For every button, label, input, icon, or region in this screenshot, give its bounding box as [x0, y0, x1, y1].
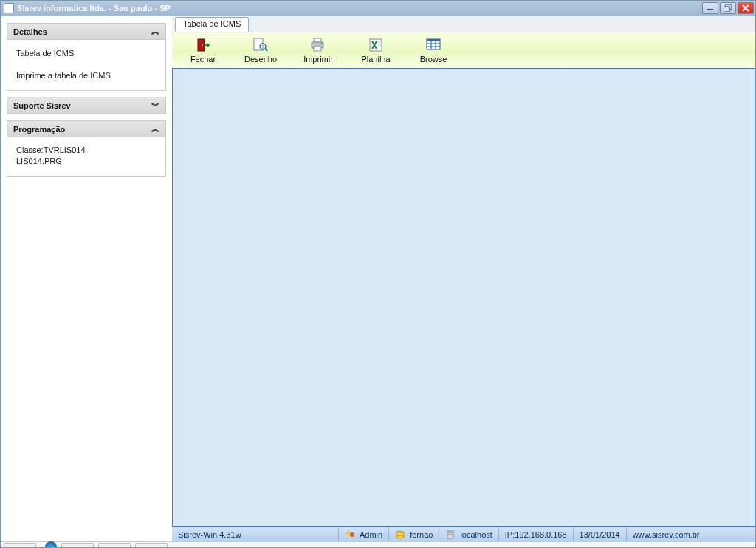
status-host: localhost: [439, 527, 498, 541]
toolbar-imprimir-label: Imprimir: [303, 55, 333, 64]
toolbar-desenho-label: Desenho: [244, 55, 277, 64]
taskbar-stub[interactable]: [61, 543, 94, 547]
spreadsheet-excel-icon: [366, 37, 385, 53]
svg-rect-29: [448, 532, 453, 533]
svg-point-27: [396, 535, 404, 538]
svg-point-13: [321, 43, 323, 44]
toolbar-browse-label: Browse: [420, 55, 447, 64]
grid-icon: [424, 37, 443, 53]
status-db-text: fernao: [410, 530, 433, 539]
status-user-text: Admin: [360, 530, 382, 539]
taskbar-stub[interactable]: [98, 543, 131, 547]
restore-icon: [724, 4, 732, 12]
chevron-up-icon: ︽: [151, 26, 159, 37]
door-close-icon: [193, 37, 213, 53]
svg-rect-12: [314, 47, 321, 51]
app-icon: [4, 3, 14, 13]
panel-programacao-header[interactable]: Programação ︽: [7, 121, 165, 137]
users-icon: [345, 530, 355, 540]
svg-point-6: [202, 44, 203, 46]
toolbar-browse[interactable]: Browse: [413, 37, 454, 64]
status-ip-text: IP:192.168.0.168: [505, 530, 567, 539]
svg-rect-15: [377, 41, 381, 44]
taskbar-sliver: [1, 541, 755, 547]
body-area: Detalhes ︽ Tabela de ICMS Imprime a tabe…: [1, 16, 755, 527]
sidebar: Detalhes ︽ Tabela de ICMS Imprime a tabe…: [1, 16, 172, 527]
app-window: Sisrev informatica ltda. - Sao paulo - S…: [0, 0, 756, 548]
toolbar-imprimir[interactable]: Imprimir: [298, 37, 339, 64]
page-magnifier-icon: [251, 37, 270, 53]
panel-programacao: Programação ︽ Classe:TVRLIS014 LIS014.PR…: [7, 120, 166, 177]
start-orb[interactable]: [45, 541, 57, 547]
status-user: Admin: [338, 527, 388, 541]
content-area: [172, 69, 755, 527]
status-site: www.sisrev.com.br: [626, 527, 755, 541]
database-icon: [395, 530, 405, 540]
restore-button[interactable]: [720, 2, 736, 14]
status-app: Sisrev-Win 4.31w: [172, 527, 338, 541]
close-icon: [742, 4, 749, 12]
svg-point-24: [350, 532, 354, 537]
sidebar-item-imprime-tabela[interactable]: Imprime a tabela de ICMS: [16, 69, 158, 81]
tabs-row: Tabela de ICMS: [172, 16, 755, 32]
svg-rect-2: [724, 7, 729, 12]
toolbar-fechar[interactable]: Fechar: [182, 37, 224, 64]
panel-suporte-header[interactable]: Suporte Sisrev ︾: [7, 97, 165, 114]
main: Tabela de ICMS Fechar: [172, 16, 755, 527]
status-host-text: localhost: [460, 530, 492, 539]
panel-suporte-title: Suporte Sisrev: [13, 101, 71, 110]
programacao-classe: Classe:TVRLIS014: [16, 145, 158, 156]
minimize-button[interactable]: [702, 2, 718, 14]
panel-detalhes: Detalhes ︽ Tabela de ICMS Imprime a tabe…: [7, 23, 166, 91]
toolbar-fechar-label: Fechar: [190, 55, 216, 64]
status-date-text: 13/01/2014: [580, 530, 620, 539]
status-app-text: Sisrev-Win 4.31w: [178, 530, 241, 539]
panel-programacao-body: Classe:TVRLIS014 LIS014.PRG: [7, 137, 165, 176]
status-bar: Sisrev-Win 4.31w Admin fernao localhost …: [172, 527, 755, 541]
toolbar-planilha-label: Planilha: [361, 55, 390, 64]
svg-rect-18: [427, 39, 440, 41]
tab-tabela-icms[interactable]: Tabela de ICMS: [175, 17, 249, 32]
window-title: Sisrev informatica ltda. - Sao paulo - S…: [17, 4, 702, 13]
panel-detalhes-title: Detalhes: [13, 27, 47, 36]
status-date: 13/01/2014: [573, 527, 626, 541]
status-site-text: www.sisrev.com.br: [633, 530, 700, 539]
status-ip: IP:192.168.0.168: [498, 527, 573, 541]
minimize-icon: [707, 5, 714, 11]
panel-programacao-title: Programação: [13, 125, 65, 134]
programacao-file: LIS014.PRG: [16, 156, 158, 167]
panel-detalhes-body: Tabela de ICMS Imprime a tabela de ICMS: [7, 40, 165, 90]
chevron-up-icon: ︽: [151, 123, 159, 134]
panel-detalhes-header[interactable]: Detalhes ︽: [7, 24, 165, 40]
svg-rect-0: [707, 9, 713, 10]
close-button[interactable]: [738, 2, 754, 14]
title-bar: Sisrev informatica ltda. - Sao paulo - S…: [1, 1, 755, 16]
chevron-down-icon: ︾: [151, 100, 159, 112]
toolbar-planilha[interactable]: Planilha: [355, 37, 396, 64]
svg-rect-30: [448, 534, 453, 535]
toolbar: Fechar Desenho: [172, 32, 755, 69]
window-buttons: [702, 2, 754, 14]
svg-rect-5: [198, 39, 205, 51]
svg-line-9: [265, 49, 267, 51]
printer-icon: [309, 37, 328, 53]
taskbar-stub[interactable]: [4, 543, 36, 547]
server-icon: [445, 530, 456, 540]
svg-rect-10: [314, 38, 321, 42]
status-db: fernao: [388, 527, 439, 541]
svg-rect-16: [377, 44, 381, 47]
panel-suporte: Suporte Sisrev ︾: [7, 97, 166, 114]
sidebar-item-tabela-icms[interactable]: Tabela de ICMS: [16, 47, 158, 59]
toolbar-desenho[interactable]: Desenho: [240, 37, 281, 64]
taskbar-stub[interactable]: [135, 543, 168, 547]
